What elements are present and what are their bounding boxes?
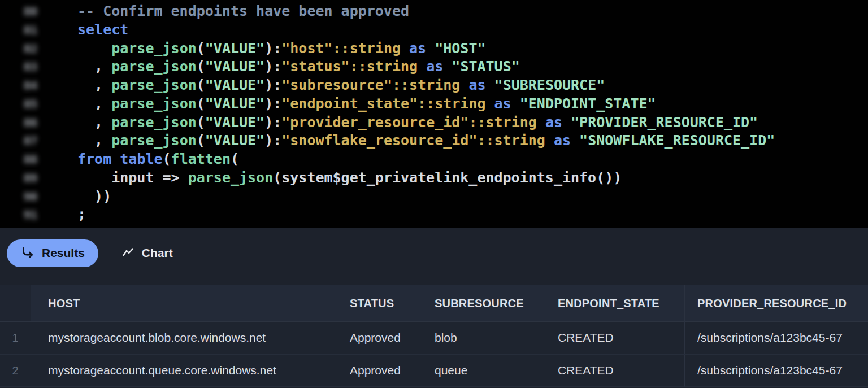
tab-chart[interactable]: Chart xyxy=(107,239,186,267)
code-line[interactable]: , parse_json("VALUE"):"snowflake_resourc… xyxy=(77,132,775,150)
tab-results[interactable]: Results xyxy=(7,239,98,267)
table-cell[interactable]: Approved xyxy=(337,355,422,387)
line-number: 86 xyxy=(0,114,66,132)
line-number-gutter: 808182838485868788899091 xyxy=(0,0,66,228)
table-cell[interactable]: CREATED xyxy=(545,355,685,387)
code-line[interactable]: parse_json("VALUE"):"host"::string as "H… xyxy=(77,40,775,58)
tab-chart-label: Chart xyxy=(142,246,173,260)
table-cell[interactable]: Approved xyxy=(337,322,422,355)
column-header-host[interactable]: HOST xyxy=(31,285,337,322)
line-number: 80 xyxy=(0,2,66,21)
row-number-cell[interactable]: 1 xyxy=(0,322,31,355)
line-number: 88 xyxy=(0,150,66,169)
sql-editor[interactable]: 808182838485868788899091 -- Confirm endp… xyxy=(0,0,868,228)
line-number: 91 xyxy=(0,206,66,224)
table-cell[interactable]: queue xyxy=(422,355,545,387)
code-line[interactable]: )) xyxy=(77,188,775,206)
table-cell[interactable]: /subscriptions/a123bc45-67 xyxy=(685,322,868,355)
line-number: 84 xyxy=(0,76,66,95)
table-cell[interactable]: /subscriptions/a123bc45-67 xyxy=(685,355,868,387)
code-line[interactable]: from table(flatten( xyxy=(77,150,775,169)
code-line[interactable]: , parse_json("VALUE"):"provider_resource… xyxy=(77,114,775,132)
table-row: 2mystorageaccount.queue.core.windows.net… xyxy=(0,355,868,387)
tab-results-label: Results xyxy=(42,246,85,260)
line-number: 82 xyxy=(0,40,66,58)
return-arrow-icon xyxy=(20,246,35,260)
table-cell[interactable]: mystorageaccount.queue.core.windows.net xyxy=(31,355,337,387)
code-line[interactable]: ; xyxy=(77,206,775,224)
line-number: 89 xyxy=(0,169,66,188)
column-header-provider-resource-id[interactable]: PROVIDER_RESOURCE_ID xyxy=(685,285,868,322)
code-line[interactable]: select xyxy=(77,21,775,40)
results-table-body: 1mystorageaccount.blob.core.windows.netA… xyxy=(0,322,868,387)
line-chart-icon xyxy=(121,246,135,260)
sql-code[interactable]: -- Confirm endpoints have been approveds… xyxy=(66,0,775,228)
row-number-header xyxy=(0,285,31,322)
results-table: HOSTSTATUSSUBRESOURCEENDPOINT_STATEPROVI… xyxy=(0,285,868,387)
code-line[interactable]: , parse_json("VALUE"):"subresource"::str… xyxy=(77,76,775,95)
table-cell[interactable]: CREATED xyxy=(545,322,685,355)
line-number: 83 xyxy=(0,58,66,76)
table-cell[interactable]: mystorageaccount.blob.core.windows.net xyxy=(31,322,337,355)
line-number: 85 xyxy=(0,95,66,114)
table-row: 1mystorageaccount.blob.core.windows.netA… xyxy=(0,322,868,355)
column-header-status[interactable]: STATUS xyxy=(337,285,422,322)
column-header-endpoint-state[interactable]: ENDPOINT_STATE xyxy=(545,285,685,322)
code-line[interactable]: -- Confirm endpoints have been approved xyxy=(77,2,775,21)
worksheet-screen: 808182838485868788899091 -- Confirm endp… xyxy=(0,0,868,388)
line-number: 90 xyxy=(0,188,66,206)
code-line[interactable]: , parse_json("VALUE"):"endpoint_state"::… xyxy=(77,95,775,114)
row-number-cell[interactable]: 2 xyxy=(0,355,31,387)
line-number: 87 xyxy=(0,132,66,150)
results-tabbar: Results Chart xyxy=(0,228,868,278)
results-table-header: HOSTSTATUSSUBRESOURCEENDPOINT_STATEPROVI… xyxy=(0,285,868,322)
column-header-subresource[interactable]: SUBRESOURCE xyxy=(422,285,545,322)
line-number: 81 xyxy=(0,21,66,40)
code-line[interactable]: input => parse_json(system$get_privateli… xyxy=(77,169,775,188)
code-line[interactable]: , parse_json("VALUE"):"status"::string a… xyxy=(77,58,775,76)
table-cell[interactable]: blob xyxy=(422,322,545,355)
